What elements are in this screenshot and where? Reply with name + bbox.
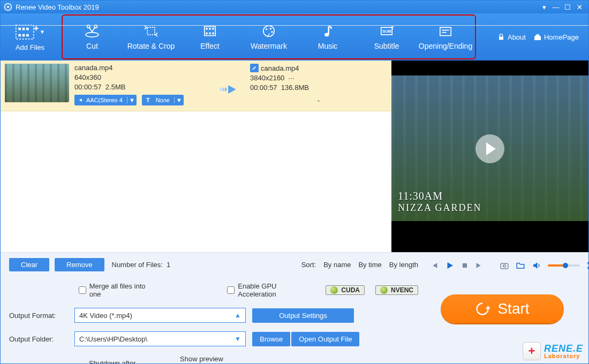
target-filename: canada.mp4 [261,64,299,72]
sort-by-name[interactable]: By name [323,261,351,269]
preview-panel: 11:30AM NIZZA GARDEN [391,60,588,252]
file-list: canada.mp4 640x360 00:00:57 2.5MB AAC(St… [1,60,391,252]
svg-rect-32 [499,36,503,40]
bottom-panel: Clear Remove Number of Files: 1 Sort: By… [1,252,588,363]
sort-controls: Sort: By name By time By length [301,261,418,269]
scissors-icon [83,24,101,39]
preview-video: 11:30AM NIZZA GARDEN [391,60,588,252]
open-folder-icon[interactable] [516,261,525,270]
app-logo-icon [4,3,12,11]
subtitle-dropdown[interactable]: T None ▼ [142,95,184,105]
player-stop-icon[interactable] [461,261,469,270]
play-overlay-button[interactable] [475,134,504,163]
remove-button[interactable]: Remove [55,258,104,271]
svg-point-10 [86,33,99,37]
output-settings-button[interactable]: Output Settings [252,308,354,323]
app-window: Renee Video Toolbox 2019 ▾ — ☐ ✕ + ▼ Add… [0,0,589,364]
svg-rect-3 [18,27,21,30]
output-format-select[interactable]: 4K Video (*.mp4) ▲ [74,308,246,323]
svg-text:+: + [34,23,39,33]
minimize-window-icon[interactable]: — [550,3,562,11]
music-note-icon [319,24,337,39]
tool-rotate-crop[interactable]: Rotate & Crop [122,16,180,58]
tool-music[interactable]: Music [298,16,357,58]
volume-icon[interactable] [532,261,541,270]
svg-rect-33 [220,88,221,91]
svg-rect-37 [501,263,508,269]
svg-rect-34 [222,88,224,91]
chevron-up-icon: ▲ [235,312,241,319]
titlebar: Renee Video Toolbox 2019 ▾ — ☐ ✕ [1,1,588,13]
svg-rect-20 [212,33,214,34]
svg-rect-8 [26,34,29,36]
svg-point-38 [503,265,506,268]
app-title: Renee Video Toolbox 2019 [16,3,538,11]
sort-by-time[interactable]: By time [358,261,381,269]
svg-rect-4 [22,27,25,30]
crop-rotate-icon [142,24,160,39]
svg-text:T: T [391,25,395,31]
tools-group-highlight: Cut Rotate & Crop Effect Watermark Music… [62,14,476,59]
svg-text:SUB: SUB [382,29,391,34]
shutdown-checkbox[interactable]: Shutdown after conversion [79,359,138,365]
file-count: Number of Files: 1 [112,261,171,269]
edit-name-icon[interactable] [250,64,259,72]
merge-checkbox[interactable]: Merge all files into one [79,282,157,298]
title-card-icon [436,24,455,39]
maximize-window-icon[interactable]: ☐ [562,3,573,11]
output-folder-input[interactable]: C:\Users\HP\Desktop\ ▼ [74,331,246,346]
clear-button[interactable]: Clear [9,258,49,271]
close-window-icon[interactable]: ✕ [573,3,585,11]
main-toolbar: + ▼ Add Files Cut Rotate & Crop Effect W… [1,13,588,60]
homepage-link[interactable]: HomePage [533,33,579,41]
tool-watermark[interactable]: Watermark [239,16,298,58]
svg-point-1 [7,6,9,8]
add-files-button[interactable]: + ▼ Add Files [1,13,59,60]
svg-rect-5 [26,27,29,30]
about-link[interactable]: About [497,33,526,41]
player-prev-icon[interactable] [430,261,439,270]
tool-effect[interactable]: Effect [180,16,239,58]
file-thumbnail [5,64,69,102]
source-info: canada.mp4 640x360 00:00:57 2.5MB AAC(St… [74,64,212,105]
show-preview-checkbox[interactable]: Show preview when converting [170,355,229,364]
output-format-label: Output Format: [9,312,68,320]
player-next-icon[interactable] [475,261,484,270]
target-info: canada.mp4 3840x2160 ··· 00:00:57 136.8M… [250,64,387,105]
tool-subtitle[interactable]: SUBT Subtitle [357,16,416,58]
tool-cut[interactable]: Cut [63,16,122,58]
chevron-down-icon: ▼ [40,29,45,35]
browse-button[interactable]: Browse [252,332,290,346]
svg-point-22 [266,28,267,30]
start-button[interactable]: Start [441,294,564,323]
svg-rect-19 [209,33,210,34]
home-icon [533,33,542,41]
svg-rect-7 [22,34,25,36]
palette-icon [260,24,278,39]
svg-point-23 [270,28,271,29]
tool-opening-ending[interactable]: Opening/Ending [416,16,475,58]
volume-slider[interactable] [548,264,580,267]
file-row[interactable]: canada.mp4 640x360 00:00:57 2.5MB AAC(St… [1,60,391,111]
target-duration-size: 00:00:57 136.8MB [250,84,387,92]
conversion-arrow-icon [215,64,247,105]
source-resolution: 640x360 [74,73,212,81]
toolbar-links: About HomePage [476,13,588,60]
open-output-button[interactable]: Open Output File [291,332,359,346]
brand-cross-icon [523,342,541,360]
chevron-down-icon: ▼ [235,335,241,343]
dropdown-window-icon[interactable]: ▾ [538,3,550,11]
cuda-badge: CUDA [326,285,365,295]
filmstrip-icon [201,24,219,39]
refresh-icon [475,301,490,316]
gpu-checkbox[interactable]: Enable GPU Acceleration [227,282,315,298]
chevron-down-icon: ▼ [174,97,184,103]
svg-point-24 [271,31,273,33]
player-play-icon[interactable] [445,261,455,270]
fullscreen-icon[interactable] [586,261,589,270]
snapshot-icon[interactable] [500,261,509,270]
brand-logo: RENE.E Laboratory [523,342,583,360]
svg-rect-35 [225,88,226,91]
audio-codec-dropdown[interactable]: AAC(Stereo 4 ▼ [74,95,137,105]
sort-by-length[interactable]: By length [389,261,418,269]
